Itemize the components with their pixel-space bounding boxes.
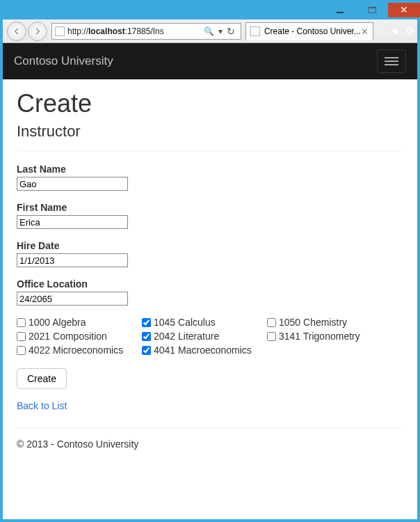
page-subtitle: Instructor [17, 122, 403, 141]
tab-title: Create - Contoso Univer... [264, 26, 361, 36]
menu-toggle-button[interactable] [377, 49, 406, 73]
course-item[interactable]: 4041 Macroeconomics [142, 345, 267, 356]
course-item[interactable]: 2021 Composition [17, 331, 142, 342]
course-checkbox[interactable] [267, 318, 276, 327]
divider [17, 150, 403, 151]
arrow-left-icon [12, 26, 22, 36]
course-item[interactable]: 2042 Literature [142, 331, 267, 342]
course-checkbox[interactable] [142, 346, 151, 355]
course-label: 2021 Composition [29, 331, 107, 342]
address-bar[interactable]: http://localhost:17885/Ins 🔍 ▾ ↻ [51, 23, 241, 40]
last-name-input[interactable] [17, 177, 128, 191]
office-location-input[interactable] [17, 292, 128, 306]
page-content: Create Instructor Last Name First Name H… [3, 79, 417, 462]
nav-back-button[interactable] [7, 22, 26, 41]
last-name-label: Last Name [17, 164, 403, 175]
course-item[interactable]: 3141 Trigonometry [267, 331, 392, 342]
brand[interactable]: Contoso University [14, 54, 113, 68]
course-checkbox[interactable] [267, 332, 276, 341]
page-viewport: Contoso University Create Instructor Las… [3, 43, 417, 519]
browser-toolbar: http://localhost:17885/Ins 🔍 ▾ ↻ Create … [3, 19, 417, 43]
course-item[interactable]: 1050 Chemistry [267, 317, 392, 328]
nav-forward-button[interactable] [28, 22, 47, 41]
window-maximize-button[interactable] [356, 3, 388, 17]
first-name-label: First Name [17, 202, 403, 213]
course-item[interactable]: 4022 Microeconomics [17, 345, 142, 356]
url-text: http://localhost:17885/Ins [67, 26, 164, 36]
reload-button[interactable]: ↻ [227, 26, 238, 37]
course-label: 4022 Microeconomics [29, 345, 123, 356]
page-icon [55, 26, 65, 36]
course-label: 1045 Calculus [154, 317, 216, 328]
office-location-label: Office Location [17, 278, 403, 290]
home-icon[interactable]: ⌂ [379, 25, 385, 38]
window-close-button[interactable]: ✕ [388, 3, 420, 17]
course-grid: 1000 Algebra1045 Calculus1050 Chemistry2… [17, 317, 403, 356]
course-item[interactable]: 1045 Calculus [142, 317, 267, 328]
search-dropdown-icon[interactable]: 🔍 [204, 26, 214, 36]
dropdown-icon[interactable]: ▾ [218, 26, 223, 36]
window-titlebar: ✕ [0, 0, 420, 19]
browser-tab[interactable]: Create - Contoso Univer... ✕ [245, 22, 373, 40]
course-label: 1050 Chemistry [279, 317, 347, 328]
window-minimize-button[interactable] [324, 3, 356, 17]
footer-divider [17, 428, 403, 429]
course-checkbox[interactable] [17, 318, 26, 327]
site-navbar: Contoso University [3, 43, 417, 79]
course-label: 1000 Algebra [29, 317, 86, 328]
create-button[interactable]: Create [17, 368, 67, 389]
back-to-list-link[interactable]: Back to List [17, 400, 403, 411]
course-checkbox[interactable] [17, 346, 26, 355]
page-title: Create [17, 89, 403, 118]
footer-text: © 2013 - Contoso University [17, 438, 403, 450]
hire-date-label: Hire Date [17, 240, 403, 251]
page-icon [250, 26, 260, 36]
course-checkbox[interactable] [142, 318, 151, 327]
course-checkbox[interactable] [17, 332, 26, 341]
course-label: 3141 Trigonometry [279, 331, 360, 342]
settings-icon[interactable]: ⚙ [405, 25, 414, 38]
hire-date-input[interactable] [17, 253, 128, 267]
hamburger-icon [385, 57, 398, 58]
arrow-right-icon [33, 26, 42, 36]
tab-close-button[interactable]: ✕ [361, 26, 369, 37]
course-checkbox[interactable] [142, 332, 151, 341]
course-item[interactable]: 1000 Algebra [17, 317, 142, 328]
course-label: 2042 Literature [154, 331, 219, 342]
favorites-icon[interactable]: ★ [391, 25, 400, 38]
course-label: 4041 Macroeconomics [154, 345, 252, 356]
first-name-input[interactable] [17, 215, 128, 229]
